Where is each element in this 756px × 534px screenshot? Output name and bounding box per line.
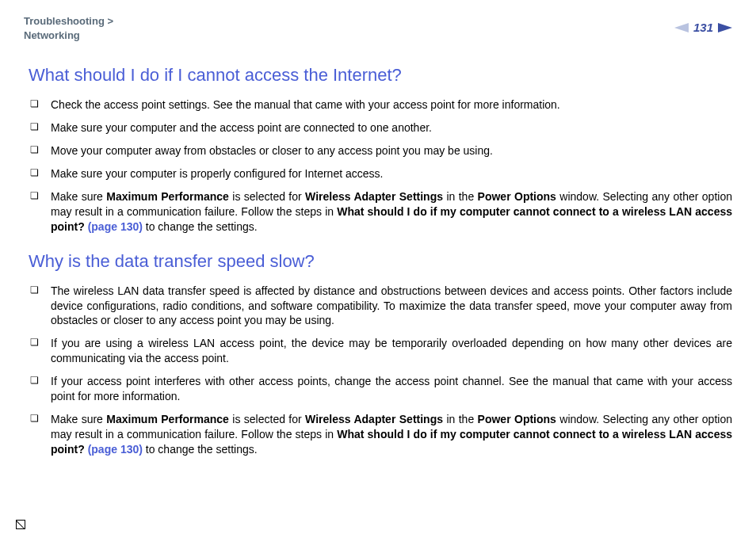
text-run: If you are using a wireless LAN access p… bbox=[51, 337, 732, 364]
page-header: Troubleshooting > Networking 131 bbox=[24, 14, 732, 43]
list-item: Make sure your computer is properly conf… bbox=[29, 162, 732, 185]
breadcrumb-line2: Networking bbox=[24, 29, 80, 41]
list-item: If your access point interferes with oth… bbox=[29, 370, 732, 408]
page-corner-marker bbox=[16, 520, 25, 529]
bullet-list: The wireless LAN data transfer speed is … bbox=[29, 280, 732, 461]
text-run: If your access point interferes with oth… bbox=[51, 375, 732, 402]
page-nav: 131 bbox=[674, 21, 732, 34]
list-item: If you are using a wireless LAN access p… bbox=[29, 332, 732, 370]
prev-page-icon[interactable] bbox=[674, 23, 689, 32]
text-run: Move your computer away from obstacles o… bbox=[51, 144, 493, 157]
text-run: is selected for bbox=[229, 413, 305, 425]
text-run: Make sure bbox=[51, 190, 106, 203]
text-run: Power Options bbox=[478, 190, 556, 203]
text-run: to change the settings. bbox=[143, 443, 258, 456]
bullet-list: Check the access point settings. See the… bbox=[29, 93, 732, 238]
svg-marker-0 bbox=[674, 23, 689, 32]
list-item: The wireless LAN data transfer speed is … bbox=[29, 280, 732, 333]
text-run: Power Options bbox=[478, 413, 556, 425]
list-item: Check the access point settings. See the… bbox=[29, 93, 732, 116]
text-run: is selected for bbox=[229, 190, 305, 203]
text-run: Check the access point settings. See the… bbox=[51, 98, 560, 111]
text-run: Wireless Adapter Settings bbox=[305, 413, 443, 425]
page-number: 131 bbox=[693, 21, 713, 34]
text-run: in the bbox=[443, 413, 478, 425]
section-heading: What should I do if I cannot access the … bbox=[29, 65, 732, 86]
page-ref-link[interactable]: (page 130) bbox=[88, 220, 143, 233]
breadcrumb-line1: Troubleshooting > bbox=[24, 15, 113, 27]
text-run: Make sure your computer and the access p… bbox=[51, 121, 432, 134]
text-run: The wireless LAN data transfer speed is … bbox=[51, 284, 732, 327]
text-run: Make sure your computer is properly conf… bbox=[51, 167, 383, 180]
list-item: Make sure your computer and the access p… bbox=[29, 116, 732, 139]
text-run: to change the settings. bbox=[143, 220, 258, 233]
section-heading: Why is the data transfer speed slow? bbox=[29, 251, 732, 272]
list-item: Make sure Maximum Performance is selecte… bbox=[29, 185, 732, 238]
text-run: Maximum Performance bbox=[106, 190, 229, 203]
page-content: What should I do if I cannot access the … bbox=[24, 65, 732, 460]
text-run: in the bbox=[443, 190, 478, 203]
text-run: Maximum Performance bbox=[106, 413, 229, 425]
next-page-icon[interactable] bbox=[718, 23, 732, 32]
svg-marker-1 bbox=[718, 23, 732, 32]
page-ref-link[interactable]: (page 130) bbox=[88, 443, 143, 456]
breadcrumb: Troubleshooting > Networking bbox=[24, 14, 113, 43]
text-run: Make sure bbox=[51, 413, 106, 425]
list-item: Move your computer away from obstacles o… bbox=[29, 139, 732, 162]
list-item: Make sure Maximum Performance is selecte… bbox=[29, 408, 732, 461]
text-run: Wireless Adapter Settings bbox=[305, 190, 443, 203]
